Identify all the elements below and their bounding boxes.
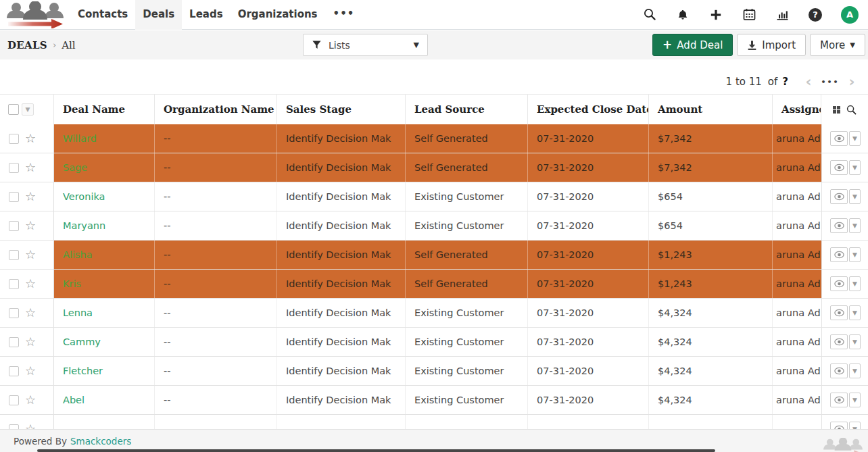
row-actions-dropdown[interactable]: ▼: [849, 305, 861, 320]
row-checkbox[interactable]: [9, 279, 19, 289]
search-icon[interactable]: [846, 105, 857, 115]
row-actions-dropdown[interactable]: ▼: [849, 422, 861, 429]
star-icon[interactable]: ☆: [25, 307, 36, 319]
row-checkbox[interactable]: [9, 192, 19, 202]
breadcrumb-module[interactable]: DEALS: [7, 39, 47, 51]
row-actions-dropdown[interactable]: ▼: [849, 276, 861, 291]
more-button[interactable]: More ▼: [810, 34, 865, 56]
prev-page-button[interactable]: ‹: [798, 74, 819, 89]
pagination-total-count[interactable]: ?: [782, 76, 788, 88]
lists-dropdown-label: Lists: [329, 40, 350, 51]
column-header-deal-name[interactable]: Deal Name: [54, 95, 155, 124]
reports-chart-icon[interactable]: [775, 7, 790, 22]
notifications-bell-icon[interactable]: [675, 7, 690, 22]
preview-eye-button[interactable]: [830, 276, 848, 291]
column-config-grid-icon[interactable]: [833, 106, 840, 114]
select-options-dropdown[interactable]: ▼: [22, 103, 34, 116]
nav-item-deals[interactable]: Deals: [135, 0, 182, 30]
deal-name-link[interactable]: Kris: [63, 278, 81, 289]
deal-name-link[interactable]: Lenna: [63, 307, 93, 318]
row-checkbox[interactable]: [9, 134, 19, 144]
amount-cell: $4,324: [649, 386, 773, 414]
star-icon[interactable]: ☆: [25, 132, 36, 145]
organization-name-cell: --: [155, 211, 277, 240]
preview-eye-button[interactable]: [830, 363, 848, 378]
row-actions-cell: ▼: [821, 386, 868, 414]
row-checkbox[interactable]: [9, 308, 19, 318]
nav-item-contacts[interactable]: Contacts: [70, 0, 135, 30]
calendar-icon[interactable]: [742, 7, 756, 22]
preview-eye-button[interactable]: [830, 189, 848, 204]
star-icon[interactable]: ☆: [25, 278, 36, 290]
star-icon[interactable]: ☆: [25, 191, 36, 203]
star-icon[interactable]: ☆: [25, 423, 36, 429]
column-header-sales-stage[interactable]: Sales Stage: [277, 95, 406, 124]
column-header-expected-close-date[interactable]: Expected Close Date: [528, 95, 649, 124]
star-icon[interactable]: ☆: [25, 336, 36, 348]
row-actions-dropdown[interactable]: ▼: [849, 131, 861, 146]
select-all-checkbox[interactable]: [8, 104, 19, 115]
row-actions-cell: ▼: [821, 415, 868, 429]
eye-icon: [834, 134, 844, 143]
avatar[interactable]: A: [841, 6, 859, 24]
star-icon[interactable]: ☆: [25, 365, 36, 377]
row-checkbox[interactable]: [9, 424, 19, 430]
amount-cell: $1,243: [649, 270, 773, 298]
preview-eye-button[interactable]: [830, 393, 848, 407]
star-icon[interactable]: ☆: [25, 249, 36, 261]
page-jump-button[interactable]: •••: [819, 78, 841, 86]
horizontal-scrollbar[interactable]: [37, 449, 715, 452]
row-checkbox[interactable]: [9, 395, 19, 405]
star-icon[interactable]: ☆: [25, 394, 36, 406]
quick-add-plus-icon[interactable]: [708, 7, 723, 22]
row-checkbox[interactable]: [9, 163, 19, 173]
help-icon[interactable]: ?: [808, 7, 823, 22]
expected-close-date-cell: 07-31-2020: [528, 124, 649, 153]
import-button[interactable]: Import: [737, 34, 806, 56]
add-deal-label: Add Deal: [677, 39, 723, 51]
deal-name-link[interactable]: Fletcher: [63, 366, 103, 376]
row-actions-dropdown[interactable]: ▼: [849, 363, 861, 378]
deal-name-link[interactable]: Maryann: [63, 220, 105, 231]
nav-item-leads[interactable]: Leads: [182, 0, 231, 30]
search-icon[interactable]: [642, 7, 657, 22]
row-checkbox[interactable]: [9, 221, 19, 231]
preview-eye-button[interactable]: [830, 305, 848, 320]
row-actions-dropdown[interactable]: ▼: [849, 334, 861, 349]
row-actions-dropdown[interactable]: ▼: [849, 393, 861, 407]
star-icon[interactable]: ☆: [25, 220, 36, 232]
next-page-button[interactable]: ›: [841, 74, 863, 89]
row-actions-dropdown[interactable]: ▼: [849, 160, 861, 175]
row-checkbox[interactable]: [9, 250, 19, 260]
nav-overflow-button[interactable]: •••: [325, 0, 363, 30]
deal-name-link[interactable]: Alisha: [63, 249, 93, 260]
deal-name-link[interactable]: Veronika: [63, 191, 105, 202]
preview-eye-button[interactable]: [830, 247, 848, 262]
row-actions-dropdown[interactable]: ▼: [849, 247, 861, 262]
row-actions-dropdown[interactable]: ▼: [849, 218, 861, 233]
row-checkbox[interactable]: [9, 366, 19, 376]
preview-eye-button[interactable]: [830, 218, 848, 233]
column-header-assigned[interactable]: Assigne: [773, 95, 821, 124]
row-checkbox[interactable]: [9, 337, 19, 347]
deal-name-link[interactable]: Willard: [63, 133, 97, 144]
column-header-organization-name[interactable]: Organization Name: [155, 95, 277, 124]
deal-name-link[interactable]: Cammy: [63, 336, 101, 347]
add-deal-button[interactable]: + Add Deal: [652, 34, 733, 56]
smackcoders-link[interactable]: Smackcoders: [70, 436, 131, 447]
row-actions-dropdown[interactable]: ▼: [849, 189, 861, 204]
preview-eye-button[interactable]: [830, 422, 848, 429]
preview-eye-button[interactable]: [830, 160, 848, 175]
nav-item-organizations[interactable]: Organizations: [231, 0, 325, 30]
column-header-lead-source[interactable]: Lead Source: [406, 95, 528, 124]
lists-dropdown[interactable]: Lists ▼: [303, 34, 428, 56]
app-logo[interactable]: [0, 1, 70, 29]
column-header-amount[interactable]: Amount: [649, 95, 773, 124]
amount-cell: $4,324: [649, 299, 773, 327]
deal-name-link[interactable]: Sage: [63, 162, 87, 173]
assigned-to-cell: aruna Ad: [773, 182, 821, 211]
deal-name-link[interactable]: Abel: [63, 395, 85, 405]
preview-eye-button[interactable]: [830, 334, 848, 349]
star-icon[interactable]: ☆: [25, 161, 36, 174]
preview-eye-button[interactable]: [830, 131, 848, 146]
